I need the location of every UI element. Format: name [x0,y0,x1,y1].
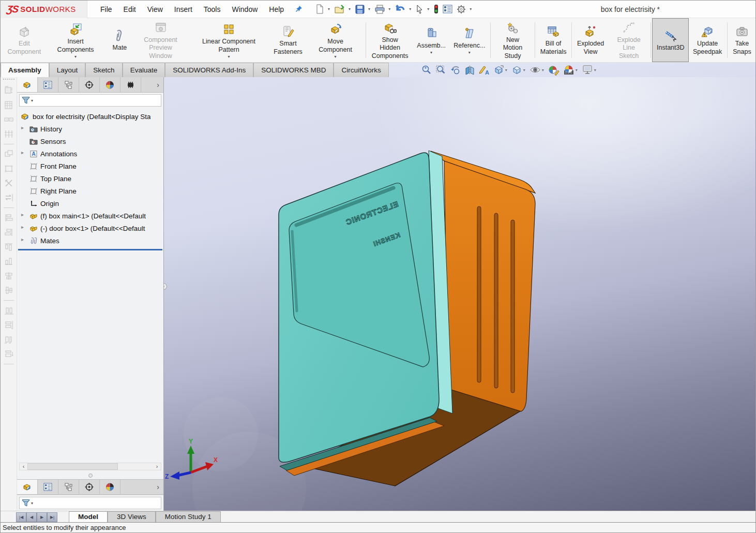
box-right-face[interactable] [444,161,535,411]
undo-icon[interactable] [394,4,407,14]
left-toolbar-icon[interactable] [4,178,14,188]
tab-feature-manager[interactable] [17,77,38,92]
insert-components-button[interactable]: Insert Components ▾ [45,18,107,62]
left-toolbar-icon[interactable] [4,256,14,266]
left-toolbar-icon[interactable] [4,271,14,281]
menu-file[interactable]: File [95,2,118,17]
dropdown-caret[interactable]: ▾ [505,68,507,72]
new-document-icon[interactable] [314,3,326,15]
dropdown-caret[interactable]: ▾ [427,7,429,11]
instant3d-button[interactable]: Instant3D [652,18,689,62]
tab-evaluate[interactable]: Evaluate [123,63,165,77]
tab-configuration-manager-2[interactable] [58,480,79,494]
vent-slot[interactable] [477,206,481,382]
tab-dimxpert-2[interactable] [79,480,100,494]
view-orientation-icon[interactable]: ▾ [493,65,508,76]
zoom-to-fit-icon[interactable] [421,65,432,76]
left-toolbar-icon[interactable] [4,305,14,316]
scrollbar-thumb[interactable] [27,463,118,470]
menu-tools[interactable]: Tools [198,2,226,17]
left-toolbar-icon[interactable] [4,242,14,252]
tree-item-right-plane[interactable]: Right Plane [17,185,163,197]
tab-motion-study-1[interactable]: Motion Study 1 [156,511,221,522]
settings-gear-icon[interactable] [455,4,467,15]
annotation-views-icon[interactable]: A [479,65,490,76]
tree-item-history[interactable]: ▸ History [17,123,163,135]
dropdown-caret[interactable]: ▾ [328,7,330,11]
tab-solidworks-add-ins[interactable]: SOLIDWORKS Add-Ins [165,63,253,77]
update-speedpak-button[interactable]: Update Speedpak [689,18,726,62]
left-toolbar-icon[interactable] [4,85,14,96]
tab-solidworks-mbd[interactable]: SOLIDWORKS MBD [253,63,334,77]
dropdown-caret[interactable]: ▾ [542,68,544,72]
panel-expand-chevron[interactable]: › [153,81,163,89]
dropdown-caret[interactable]: ▾ [470,7,472,11]
toolbar-grip[interactable] [3,79,14,80]
menu-edit[interactable]: Edit [118,2,142,17]
panel-expand-chevron[interactable]: › [153,483,163,491]
left-toolbar-icon[interactable] [4,129,14,139]
tree-filter-input-secondary[interactable]: ▾ [19,497,161,509]
pin-icon[interactable] [295,5,303,13]
dropdown-caret[interactable]: ▾ [594,68,596,72]
left-toolbar-icon[interactable] [4,320,14,330]
dropdown-caret[interactable]: ▾ [576,68,578,72]
vent-slot[interactable] [511,220,515,393]
reference-geometry-button[interactable]: Referenc... ▾ [450,18,489,62]
tree-item-sensors[interactable]: Sensors [17,135,163,147]
expand-arrow[interactable]: ▸ [21,224,26,230]
left-toolbar-icon[interactable] [4,213,14,223]
expand-arrow[interactable]: ▸ [21,125,26,130]
tab-configuration-manager[interactable] [58,77,79,92]
take-snapshot-button[interactable]: Take Snaps [729,18,755,62]
panel-splitter[interactable] [17,471,163,479]
left-toolbar-icon[interactable] [4,100,14,110]
dropdown-caret[interactable]: ▾ [388,7,390,11]
left-toolbar-icon[interactable] [4,334,14,345]
tab-cam[interactable] [120,77,141,92]
selection-filter-traffic-light-icon[interactable] [432,3,440,15]
display-style-icon[interactable]: ▾ [511,65,526,76]
zoom-to-area-icon[interactable] [435,65,446,76]
select-cursor-icon[interactable] [414,4,425,15]
view-settings-icon[interactable]: ▾ [582,65,597,75]
mate-button[interactable]: Mate [106,18,133,62]
tree-filter-input[interactable]: ▾ [19,94,161,107]
dropdown-caret[interactable]: ▾ [409,7,411,11]
bill-of-materials-button[interactable]: Bill of Materials [536,18,570,62]
move-component-button[interactable]: Move Component ▾ [307,18,365,62]
tab-circuitworks[interactable]: CircuitWorks [334,63,388,77]
tab-layout[interactable]: Layout [49,63,86,77]
tab-feature-manager-2[interactable] [17,480,38,494]
options-list-icon[interactable] [441,4,454,14]
expand-arrow[interactable]: ▸ [21,236,26,242]
save-icon[interactable] [354,4,366,15]
left-toolbar-icon[interactable] [4,164,14,174]
component-preview-window-button[interactable]: Component Preview Window [133,18,188,62]
tab-property-manager-2[interactable] [38,480,58,494]
previous-tab-button[interactable]: ◀ [26,512,37,522]
left-toolbar-icon[interactable] [4,285,14,295]
last-tab-button[interactable]: ▶| [47,512,57,522]
assembly-features-button[interactable]: Assemb... ▾ [413,18,450,62]
left-toolbar-icon[interactable] [4,349,14,359]
tab-sketch[interactable]: Sketch [85,63,122,77]
hide-show-items-icon[interactable]: ▾ [530,65,545,76]
dropdown-caret[interactable]: ▾ [349,7,351,11]
edit-component-button[interactable]: Edit Component [4,18,45,62]
tab-display-manager-2[interactable] [100,480,120,494]
vent-slot[interactable] [494,213,498,388]
tab-3d-views[interactable]: 3D Views [108,511,156,522]
apply-scene-icon[interactable]: ▾ [563,65,578,76]
tree-horizontal-scrollbar[interactable]: ‹ › [19,463,161,470]
tree-item-door-box[interactable]: ▸ (-) door box<1> (Default<<Default [17,222,163,234]
tree-item-front-plane[interactable]: Front Plane [17,160,163,172]
tree-item-box-main[interactable]: ▸ (f) box main<1> (Default<<Default [17,210,163,222]
smart-fasteners-button[interactable]: Smart Fasteners [270,18,307,62]
graphics-viewport[interactable]: ELECTRONIC KENSHI Y X Z [164,77,755,511]
linear-component-pattern-button[interactable]: Linear Component Pattern ▾ [188,18,270,62]
tree-item-assembly-root[interactable]: box for electrisity (Default<Display Sta [17,110,163,123]
next-tab-button[interactable]: ▶ [37,512,47,522]
dropdown-caret[interactable]: ▾ [368,7,370,11]
tab-model[interactable]: Model [69,511,108,522]
